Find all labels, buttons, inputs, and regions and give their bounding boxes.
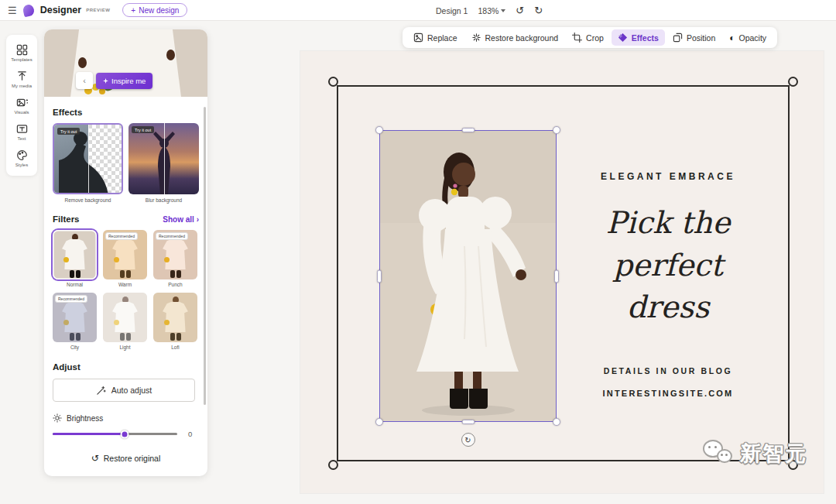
auto-adjust-label: Auto adjust <box>111 386 152 395</box>
filters-heading: Filters <box>53 214 80 224</box>
design-heading-text[interactable]: ELEGANT EMBRACE <box>573 171 763 182</box>
resize-handle-right[interactable] <box>554 269 559 283</box>
frame-corner-loop <box>328 77 338 87</box>
crop-label: Crop <box>586 33 604 43</box>
recommended-badge: Recommended <box>105 232 138 240</box>
inspire-me-button[interactable]: Inspire me <box>96 73 152 89</box>
new-design-button[interactable]: + New design <box>122 3 187 17</box>
design-script-text[interactable]: Pick the perfect dress <box>573 202 763 329</box>
effects-icon <box>618 33 628 43</box>
crop-icon <box>572 33 582 43</box>
sidebar-item-text[interactable]: Text <box>6 119 37 146</box>
crop-button[interactable]: Crop <box>566 29 610 46</box>
frame-corner-loop <box>788 77 798 87</box>
text-icon <box>16 123 28 135</box>
design-details-text[interactable]: DETAILS IN OUR BLOG <box>573 366 763 375</box>
panel-scrollbar[interactable] <box>204 107 206 405</box>
effects-heading: Effects <box>53 108 199 117</box>
selected-image-preview: ‹ Inspire me <box>44 29 207 97</box>
topbar-center-group: Design 1 183% ↺ ↻ <box>436 0 543 21</box>
sidebar-item-visuals[interactable]: Visuals <box>6 93 37 119</box>
zoom-level-dropdown[interactable]: 183% <box>478 6 505 15</box>
man-silhouette <box>54 125 123 194</box>
replace-image-icon <box>413 33 423 43</box>
image-tools-panel: ‹ Inspire me Effects Try it out Remove b… <box>44 29 207 476</box>
wechat-bubbles-icon <box>703 440 735 468</box>
opacity-label: Opacity <box>738 33 766 43</box>
design-canvas[interactable]: ↻ ELEGANT EMBRACE Pick the perfect dress… <box>300 51 824 493</box>
recommended-badge: Recommended <box>55 295 87 303</box>
brightness-value: 0 <box>188 430 192 438</box>
upload-icon <box>16 70 28 82</box>
top-bar: ☰ Designer PREVIEW + New design Design 1… <box>0 0 836 21</box>
undo-button[interactable]: ↺ <box>516 5 524 15</box>
sidebar-label-templates: Templates <box>11 57 32 62</box>
new-design-label: New design <box>139 6 179 15</box>
restore-background-button[interactable]: Restore background <box>465 29 565 46</box>
resize-handle-top-left[interactable] <box>375 126 383 134</box>
sidebar-item-templates[interactable]: Templates <box>6 40 37 67</box>
filter-lofi[interactable]: Lofi <box>153 293 197 350</box>
position-button[interactable]: Position <box>666 29 721 46</box>
resize-handle-bottom-left[interactable] <box>375 418 383 426</box>
rotate-handle[interactable]: ↻ <box>461 433 475 447</box>
show-all-filters-link[interactable]: Show all › <box>163 215 199 224</box>
opacity-icon: ◐ <box>729 33 735 43</box>
app-title: Designer <box>40 5 82 15</box>
filter-normal[interactable]: Normal <box>53 230 97 287</box>
replace-button[interactable]: Replace <box>407 29 464 46</box>
resize-handle-bottom[interactable] <box>461 420 475 424</box>
left-icon-rail: Templates My media Visuals Text Styles <box>6 35 37 176</box>
effect-label: Remove background <box>53 197 123 203</box>
sidebar-item-my-media[interactable]: My media <box>6 67 37 93</box>
opacity-button[interactable]: ◐ Opacity <box>723 29 773 46</box>
restore-background-icon <box>471 33 481 43</box>
preview-badge: PREVIEW <box>86 8 110 12</box>
watermark: 新智元 <box>703 440 807 468</box>
effects-button[interactable]: Effects <box>612 29 665 46</box>
brightness-sun-icon <box>53 413 62 423</box>
design-website-text[interactable]: INTERESTINGSITE.COM <box>573 389 763 398</box>
filter-label: Lofi <box>153 345 197 350</box>
position-icon <box>673 33 683 43</box>
resize-handle-top-right[interactable] <box>553 126 560 134</box>
sidebar-label-my-media: My media <box>12 84 32 88</box>
filter-thumbnail <box>103 293 147 342</box>
filter-thumbnail <box>53 230 97 279</box>
sidebar-item-styles[interactable]: Styles <box>6 146 37 172</box>
filter-light[interactable]: Light <box>103 293 147 350</box>
resize-handle-top[interactable] <box>461 128 475 132</box>
visuals-icon <box>16 97 28 108</box>
remove-background-thumbnail: Try it out <box>53 123 123 194</box>
restore-original-label: Restore original <box>104 454 161 463</box>
restore-original-button[interactable]: ↺ Restore original <box>91 454 161 463</box>
redo-button[interactable]: ↻ <box>534 5 543 15</box>
filter-label: Punch <box>153 282 197 287</box>
brightness-slider[interactable] <box>53 433 177 435</box>
design-name: Design 1 <box>436 6 468 15</box>
filter-thumbnail: Recommended <box>103 230 147 279</box>
frame-corner-loop <box>328 460 338 470</box>
resize-handle-bottom-right[interactable] <box>553 418 560 426</box>
auto-adjust-button[interactable]: Auto adjust <box>53 379 195 402</box>
chevron-down-icon <box>501 9 505 12</box>
panel-body: Effects Try it out Remove background Try <box>44 108 207 463</box>
filter-thumbnail <box>153 293 197 342</box>
design-text-block[interactable]: ELEGANT EMBRACE Pick the perfect dress D… <box>573 171 763 398</box>
selected-photo[interactable]: ↻ <box>379 130 557 422</box>
filter-warm[interactable]: Recommended Warm <box>103 230 147 287</box>
replace-label: Replace <box>427 33 457 43</box>
effect-blur-background[interactable]: Try it out Blur background <box>128 123 199 203</box>
templates-icon <box>16 44 28 56</box>
image-context-toolbar: Replace Restore background Crop Effects … <box>403 27 777 48</box>
hamburger-menu-icon[interactable]: ☰ <box>8 5 17 15</box>
filter-thumbnail: Recommended <box>53 293 97 342</box>
resize-handle-left[interactable] <box>377 269 382 283</box>
brightness-slider-thumb[interactable] <box>121 430 129 438</box>
collapse-panel-button[interactable]: ‹ <box>76 72 93 89</box>
filter-punch[interactable]: Recommended Punch <box>153 230 197 287</box>
slider-fill <box>53 433 125 435</box>
effect-remove-background[interactable]: Try it out Remove background <box>53 123 123 203</box>
magic-wand-icon <box>96 386 106 396</box>
filter-city[interactable]: Recommended City <box>53 293 97 350</box>
